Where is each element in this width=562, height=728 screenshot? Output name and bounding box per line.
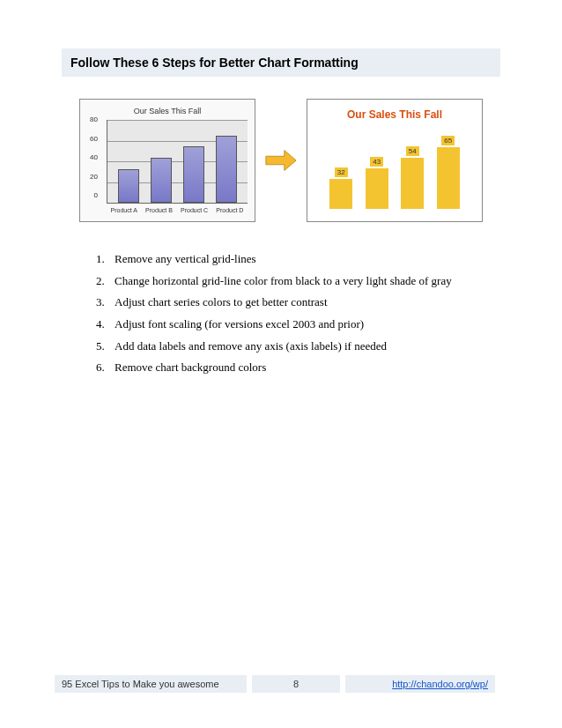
footer-link-cell: http://chandoo.org/wp/ (345, 675, 495, 693)
bar (366, 168, 388, 209)
data-label: 54 (406, 146, 419, 156)
bar-wrap: 32 (329, 167, 352, 209)
list-item: Adjust font scaling (for versions excel … (107, 314, 500, 336)
footer-title: 95 Excel Tips to Make you awesome (55, 675, 247, 693)
bar (329, 179, 352, 209)
bar (216, 136, 237, 203)
footer-page-number: 8 (252, 675, 340, 693)
bar-wrap: 54 (401, 146, 424, 209)
xlabel: Product D (216, 207, 243, 213)
chart-before-title: Our Sales This Fall (87, 107, 248, 115)
list-item: Add data labels and remove any axis (axi… (107, 336, 500, 358)
chart-after: Our Sales This Fall 32 43 54 65 (307, 99, 483, 222)
bar (437, 147, 460, 209)
bar (401, 158, 424, 209)
bar-wrap: 43 (366, 157, 388, 209)
list-item: Adjust chart series colors to get better… (107, 292, 500, 314)
bar-wrap: 65 (437, 136, 460, 209)
xlabel: Product C (181, 207, 208, 213)
footer-link[interactable]: http://chandoo.org/wp/ (392, 679, 488, 689)
section-header: Follow These 6 Steps for Better Chart Fo… (62, 48, 500, 77)
ytick: 20 (82, 173, 98, 181)
data-label: 43 (370, 157, 383, 167)
ytick: 0 (82, 191, 98, 199)
ytick: 60 (82, 135, 98, 143)
data-label: 32 (335, 167, 348, 177)
chart-before-bars (107, 120, 248, 203)
bar (118, 169, 139, 203)
chart-before-yaxis: 80 60 40 20 0 (82, 115, 98, 199)
arrow-right-icon (264, 148, 298, 173)
charts-comparison-row: Our Sales This Fall 80 60 40 20 0 (62, 99, 500, 222)
steps-list: Remove any vertical grid-lines Change ho… (62, 249, 500, 379)
page-footer: 95 Excel Tips to Make you awesome 8 http… (55, 675, 507, 693)
data-label: 65 (441, 136, 455, 145)
xlabel: Product A (111, 207, 137, 213)
bar (151, 158, 172, 203)
xlabel: Product B (145, 207, 173, 213)
bar (183, 146, 204, 203)
list-item: Remove chart background colors (107, 357, 500, 379)
ytick: 40 (82, 153, 98, 161)
chart-before-plot (107, 120, 248, 204)
chart-after-bars: 32 43 54 65 (316, 131, 473, 209)
list-item: Change horizontal grid-line color from b… (107, 271, 500, 293)
ytick: 80 (82, 115, 98, 123)
chart-after-title: Our Sales This Fall (316, 108, 473, 121)
list-item: Remove any vertical grid-lines (107, 249, 500, 271)
chart-before-xlabels: Product A Product B Product C Product D (107, 207, 248, 213)
chart-before: Our Sales This Fall 80 60 40 20 0 (79, 99, 255, 222)
